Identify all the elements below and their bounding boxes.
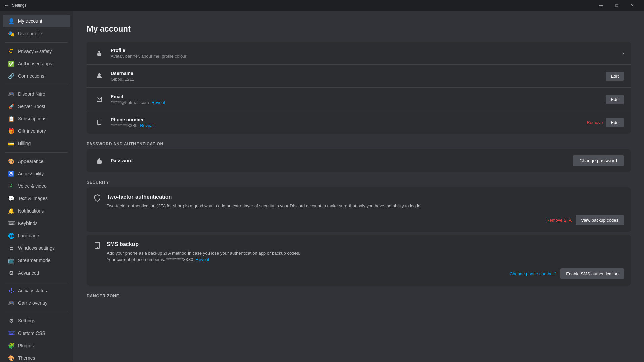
phone-label: Phone number [111, 117, 587, 122]
change-phone-button[interactable]: Change phone number? [509, 271, 556, 276]
password-row-icon [93, 155, 105, 167]
minimize-button[interactable]: — [594, 0, 609, 11]
sidebar-label-language: Language [18, 233, 39, 238]
email-value: ******@hotmail.com Reveal [111, 100, 606, 105]
sms-backup-content: SMS backup Add your phone as a backup 2F… [93, 241, 624, 263]
user-profile-icon: 🎭 [8, 30, 15, 37]
username-label: Username [111, 71, 606, 76]
sms-backup-title: SMS backup [107, 241, 300, 247]
remove-2fa-button[interactable]: Remove 2FA [546, 218, 572, 223]
gift-inventory-icon: 🎁 [8, 128, 15, 134]
sidebar-label-activity-status: Activity status [18, 288, 47, 293]
two-fa-content: Two-factor authentication Two-factor aut… [93, 194, 624, 209]
text-images-icon: 💬 [8, 195, 15, 202]
phone-remove-button[interactable]: Remove [587, 120, 603, 125]
sidebar-item-billing[interactable]: 💳 Billing [3, 137, 70, 149]
phone-edit-button[interactable]: Edit [606, 118, 624, 127]
profile-row-info: Profile Avatar, banner, about me, profil… [111, 48, 622, 59]
sidebar-item-themes[interactable]: 🎨 Themes [3, 352, 70, 362]
my-account-icon: 👤 [8, 18, 15, 24]
change-password-button[interactable]: Change password [573, 155, 624, 166]
notifications-icon: 🔔 [8, 207, 15, 214]
streamer-mode-icon: 📺 [8, 257, 15, 264]
security-section-title: Security [87, 180, 631, 185]
game-overlay-icon: 🎮 [8, 300, 15, 306]
sidebar-item-plugins[interactable]: 🧩 Plugins [3, 340, 70, 352]
sidebar-item-gift-inventory[interactable]: 🎁 Gift inventory [3, 125, 70, 137]
sidebar-divider-2 [5, 85, 68, 85]
sidebar-item-notifications[interactable]: 🔔 Notifications [3, 205, 70, 217]
svg-point-0 [98, 73, 101, 76]
sidebar-item-game-overlay[interactable]: 🎮 Game overlay [3, 297, 70, 309]
sidebar-item-custom-css[interactable]: ⌨ Custom CSS [3, 327, 70, 339]
sidebar-item-privacy-safety[interactable]: 🛡 Privacy & safety [3, 45, 70, 57]
sidebar-item-connections[interactable]: 🔗 Connections [3, 70, 70, 82]
email-row: Email ******@hotmail.com Reveal Edit [87, 88, 631, 111]
sidebar-item-authorised-apps[interactable]: ✅ Authorised apps [3, 58, 70, 70]
email-row-actions: Edit [606, 95, 624, 104]
sms-backup-text: SMS backup Add your phone as a backup 2F… [107, 241, 300, 263]
username-row-icon [93, 70, 105, 82]
enable-sms-button[interactable]: Enable SMS authentication [560, 268, 624, 279]
sidebar-item-text-images[interactable]: 💬 Text & images [3, 192, 70, 204]
sidebar-item-server-boost[interactable]: 🚀 Server Boost [3, 100, 70, 112]
password-auth-section-title: Password and authentication [87, 142, 631, 146]
sidebar-item-language[interactable]: 🌐 Language [3, 230, 70, 242]
email-reveal-link[interactable]: Reveal [151, 100, 165, 105]
sidebar-item-advanced[interactable]: ⚙ Advanced [3, 267, 70, 279]
phone-row-actions: Remove Edit [587, 118, 624, 127]
sidebar-item-streamer-mode[interactable]: 📺 Streamer mode [3, 254, 70, 266]
sidebar-item-appearance[interactable]: 🎨 Appearance [3, 155, 70, 167]
titlebar-controls: — □ ✕ [594, 0, 640, 11]
sidebar-item-my-account[interactable]: 👤 My account [3, 15, 70, 27]
maximize-button[interactable]: □ [609, 0, 625, 11]
keybinds-icon: ⌨ [8, 220, 15, 227]
server-boost-icon: 🚀 [8, 103, 15, 110]
sidebar-item-keybinds[interactable]: ⌨ Keybinds [3, 217, 70, 229]
username-row: Username Gibbu#1211 Edit [87, 65, 631, 88]
close-button[interactable]: ✕ [625, 0, 640, 11]
view-backup-codes-button[interactable]: View backup codes [576, 215, 624, 225]
sidebar-label-voice-video: Voice & video [18, 183, 47, 189]
sidebar-label-streamer-mode: Streamer mode [18, 258, 50, 263]
sidebar-item-discord-nitro[interactable]: 🎮 Discord Nitro [3, 88, 70, 100]
titlebar: ← Settings — □ ✕ [0, 0, 644, 11]
sidebar-item-accessibility[interactable]: ♿ Accessibility [3, 168, 70, 180]
two-fa-card: Two-factor authentication Two-factor aut… [87, 187, 631, 232]
window-title: Settings [12, 3, 26, 8]
email-edit-button[interactable]: Edit [606, 95, 624, 104]
profile-row[interactable]: Profile Avatar, banner, about me, profil… [87, 42, 631, 65]
sidebar-label-gift-inventory: Gift inventory [18, 128, 46, 134]
sidebar-divider-1 [5, 42, 68, 43]
sidebar-label-server-boost: Server Boost [18, 104, 45, 109]
sms-reveal-link[interactable]: Reveal [196, 257, 209, 262]
sidebar-divider-4 [5, 282, 68, 282]
back-arrow-icon[interactable]: ← [4, 2, 9, 8]
accessibility-icon: ♿ [8, 170, 15, 177]
danger-zone-title: Danger zone [87, 294, 631, 298]
sms-backup-icon [93, 241, 101, 251]
username-edit-button[interactable]: Edit [606, 72, 624, 81]
plugins-icon: 🧩 [8, 342, 15, 349]
phone-row-info: Phone number **********3380 Reveal [111, 117, 587, 128]
sidebar-item-voice-video[interactable]: 🎙 Voice & video [3, 180, 70, 192]
sidebar-item-windows-settings[interactable]: 🖥 Windows settings [3, 242, 70, 254]
email-row-info: Email ******@hotmail.com Reveal [111, 94, 606, 105]
username-row-actions: Edit [606, 72, 624, 81]
advanced-icon: ⚙ [8, 269, 15, 276]
phone-reveal-link[interactable]: Reveal [140, 123, 153, 128]
sidebar-item-activity-status[interactable]: 🕹 Activity status [3, 285, 70, 297]
privacy-icon: 🛡 [8, 48, 15, 55]
sidebar-label-settings: Settings [18, 318, 35, 323]
sidebar-item-settings[interactable]: ⚙ Settings [3, 315, 70, 327]
sidebar-item-subscriptions[interactable]: 📋 Subscriptions [3, 113, 70, 125]
email-row-icon [93, 93, 105, 105]
connections-icon: 🔗 [8, 73, 15, 79]
two-fa-title: Two-factor authentication [107, 194, 422, 200]
sms-backup-description: Add your phone as a backup 2FA method in… [107, 250, 300, 263]
titlebar-title: ← Settings [4, 2, 26, 8]
password-row-info: Password [111, 158, 573, 163]
sidebar-label-text-images: Text & images [18, 196, 48, 201]
sidebar-label-custom-css: Custom CSS [18, 330, 45, 336]
sidebar-item-user-profile[interactable]: 🎭 User profile [3, 27, 70, 40]
